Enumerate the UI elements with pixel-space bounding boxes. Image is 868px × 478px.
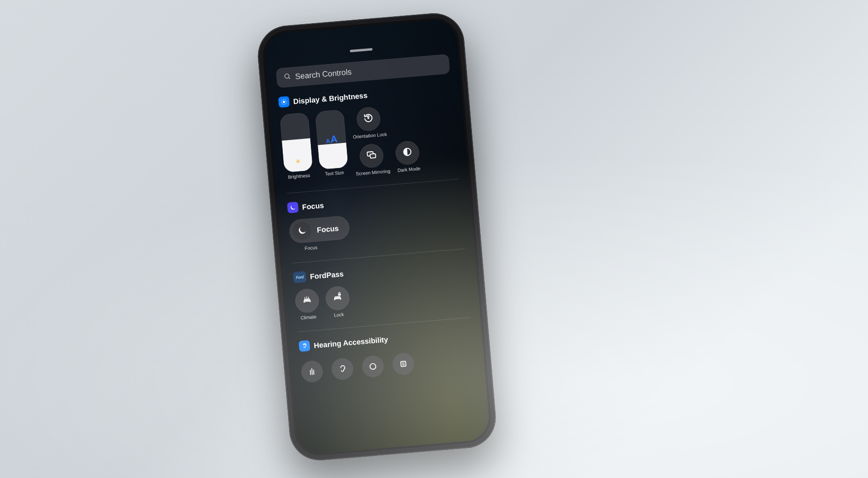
dynamic-island bbox=[330, 26, 390, 46]
display-controls-row: ☀︎ Brightness AA Text Size bbox=[280, 100, 458, 182]
iphone-screen: Search Controls Display & Brightness ☀︎ bbox=[263, 18, 491, 455]
car-climate-icon bbox=[301, 294, 313, 307]
focus-caption: Focus bbox=[304, 244, 318, 251]
iphone-frame: Search Controls Display & Brightness ☀︎ bbox=[256, 11, 499, 463]
screen-mirroring-icon bbox=[366, 149, 377, 163]
wallpaper bbox=[263, 18, 491, 455]
svg-point-2 bbox=[283, 101, 285, 103]
brightness-slider[interactable]: ☀︎ bbox=[280, 112, 313, 172]
brightness-fill bbox=[282, 138, 313, 173]
moon-icon bbox=[287, 202, 299, 213]
svg-line-17 bbox=[312, 368, 312, 375]
hearing-control-4[interactable] bbox=[392, 352, 415, 376]
moon-small-icon bbox=[296, 224, 308, 238]
overlay-dim bbox=[263, 18, 491, 455]
svg-point-0 bbox=[285, 74, 289, 78]
svg-line-9 bbox=[282, 103, 282, 104]
section-title: FordPass bbox=[310, 269, 344, 280]
section-title: Focus bbox=[302, 201, 324, 211]
svg-rect-11 bbox=[367, 117, 369, 119]
divider bbox=[292, 248, 465, 263]
text-size-slider[interactable]: AA bbox=[315, 109, 348, 170]
divider bbox=[286, 179, 459, 194]
sun-icon bbox=[278, 96, 290, 108]
svg-line-1 bbox=[289, 77, 290, 79]
fordpass-climate-button[interactable] bbox=[294, 288, 320, 313]
brightness-label: Brightness bbox=[288, 172, 310, 180]
svg-line-7 bbox=[282, 100, 282, 101]
text-size-icon: AA bbox=[325, 134, 338, 146]
focus-button[interactable]: Focus bbox=[289, 215, 351, 244]
svg-rect-12 bbox=[367, 152, 373, 156]
search-icon bbox=[283, 72, 292, 82]
fordpass-lock-button[interactable] bbox=[325, 285, 350, 311]
dark-mode-icon bbox=[401, 146, 413, 160]
text-size-label: Text Size bbox=[325, 170, 344, 176]
section-header-display: Display & Brightness bbox=[278, 82, 452, 107]
hearing-control-1[interactable] bbox=[300, 360, 324, 383]
orientation-lock-icon bbox=[363, 112, 374, 126]
hearing-control-3[interactable] bbox=[361, 355, 385, 378]
dark-mode-label: Dark Mode bbox=[397, 166, 420, 173]
svg-line-8 bbox=[286, 103, 286, 104]
fordpass-badge-icon: Ford bbox=[293, 271, 306, 283]
section-header-hearing: Hearing Accessibility bbox=[299, 327, 472, 352]
controls-gallery: Search Controls Display & Brightness ☀︎ bbox=[263, 18, 491, 455]
focus-pill-label: Focus bbox=[317, 224, 339, 234]
section-header-focus: Focus bbox=[287, 188, 461, 213]
svg-line-10 bbox=[285, 100, 286, 100]
scene-background: Search Controls Display & Brightness ☀︎ bbox=[0, 0, 868, 478]
dark-mode-button[interactable] bbox=[395, 140, 420, 166]
sun-small-icon: ☀︎ bbox=[295, 157, 301, 166]
ear-icon bbox=[299, 340, 310, 352]
screen-mirroring-button[interactable] bbox=[359, 143, 384, 169]
section-title: Display & Brightness bbox=[293, 91, 368, 105]
orientation-lock-button[interactable] bbox=[356, 106, 381, 132]
section-header-fordpass: Ford FordPass bbox=[293, 258, 467, 283]
svg-rect-15 bbox=[338, 293, 341, 296]
svg-rect-13 bbox=[370, 154, 376, 158]
screen-mirroring-label: Screen Mirroring bbox=[356, 168, 391, 176]
hearing-controls-row bbox=[300, 347, 475, 383]
divider bbox=[298, 317, 471, 332]
fordpass-climate-label: Climate bbox=[300, 314, 317, 321]
fordpass-lock-label: Lock bbox=[334, 311, 344, 318]
section-title: Hearing Accessibility bbox=[313, 335, 388, 349]
car-lock-icon bbox=[332, 291, 343, 305]
svg-line-16 bbox=[310, 370, 311, 375]
svg-point-14 bbox=[403, 148, 411, 156]
focus-pill-icon-wrap bbox=[292, 220, 313, 241]
svg-point-19 bbox=[370, 363, 376, 370]
svg-line-18 bbox=[313, 370, 314, 375]
sheet-grabber[interactable] bbox=[350, 48, 372, 52]
search-field[interactable]: Search Controls bbox=[276, 54, 450, 88]
orientation-lock-label: Orientation Lock bbox=[353, 132, 387, 140]
hearing-control-2[interactable] bbox=[331, 357, 354, 381]
search-placeholder: Search Controls bbox=[295, 68, 352, 81]
svg-rect-20 bbox=[401, 361, 406, 367]
text-size-fill bbox=[318, 143, 348, 170]
